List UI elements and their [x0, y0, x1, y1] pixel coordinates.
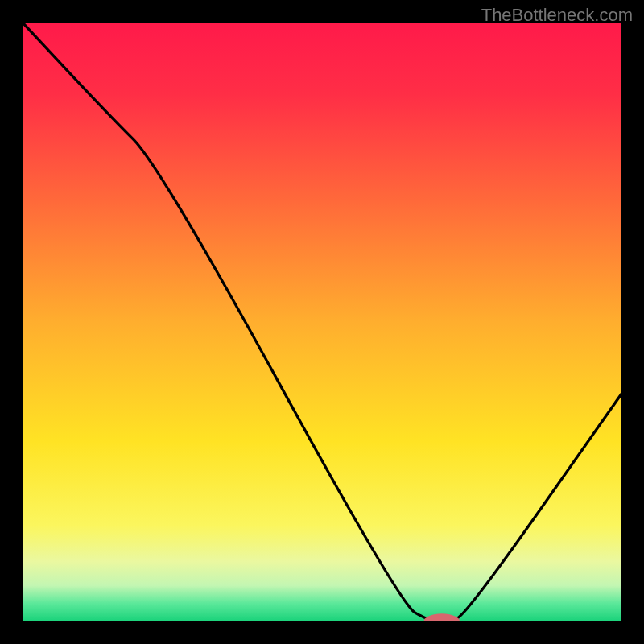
chart-svg — [23, 23, 621, 621]
background-rect — [23, 23, 621, 621]
plot-area — [23, 23, 621, 621]
watermark-text: TheBottleneck.com — [481, 5, 633, 26]
